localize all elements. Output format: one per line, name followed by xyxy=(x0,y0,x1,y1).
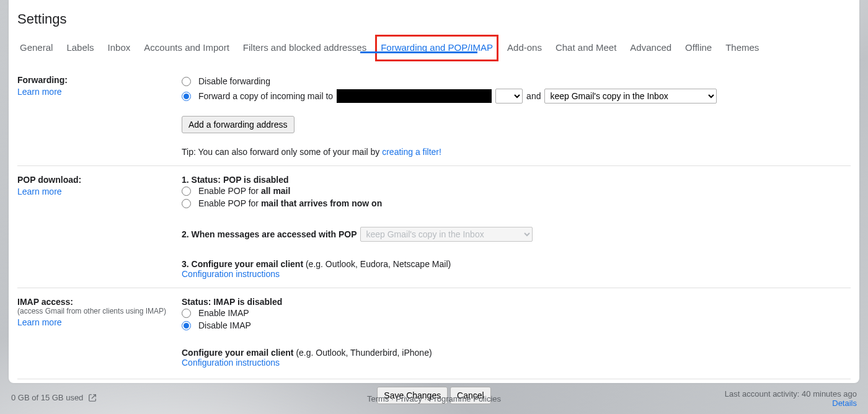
page-title: Settings xyxy=(9,0,859,32)
policies-link[interactable]: Programme Policies xyxy=(429,394,501,403)
forwarding-address-select[interactable] xyxy=(495,89,523,103)
label-enable-imap[interactable]: Enable IMAP xyxy=(198,308,249,318)
label-disable-imap[interactable]: Disable IMAP xyxy=(198,320,251,330)
imap-configure-rest: (e.g. Outlook, Thunderbird, iPhone) xyxy=(296,348,432,358)
imap-configure: Configure your email client (e.g. Outloo… xyxy=(182,348,851,358)
tab-accounts[interactable]: Accounts and Import xyxy=(139,35,234,61)
pop-action-select: keep Gmail's copy in the Inbox xyxy=(360,227,533,242)
radio-disable-imap[interactable] xyxy=(182,321,191,330)
tab-labels[interactable]: Labels xyxy=(61,35,99,61)
pop-now-bold: mail that arrives from now on xyxy=(261,198,382,208)
forwarding-tip-text: Tip: You can also forward only some of y… xyxy=(182,147,382,157)
pop-now-prefix: Enable POP for xyxy=(198,198,261,208)
create-filter-link[interactable]: creating a filter! xyxy=(382,147,441,157)
tab-chat[interactable]: Chat and Meet xyxy=(551,35,621,61)
pop-status-value: POP is disabled xyxy=(223,175,289,185)
tab-forwarding-pop-imap[interactable]: Forwarding and POP/IMAP xyxy=(375,35,498,61)
settings-tabs: General Labels Inbox Accounts and Import… xyxy=(9,32,859,62)
tab-advanced[interactable]: Advanced xyxy=(625,35,676,61)
label-forward-copy[interactable]: Forward a copy of incoming mail to xyxy=(198,91,333,101)
forwarding-email-redacted xyxy=(337,89,492,103)
tab-offline[interactable]: Offline xyxy=(680,35,717,61)
radio-pop-all-mail[interactable] xyxy=(182,187,191,196)
forwarding-tip: Tip: You can also forward only some of y… xyxy=(182,147,851,157)
pop-when-label: 2. When messages are accessed with POP xyxy=(182,229,356,239)
radio-pop-from-now[interactable] xyxy=(182,199,191,208)
forwarding-and-text: and xyxy=(526,91,541,101)
pop-learn-more-link[interactable]: Learn more xyxy=(17,187,62,196)
section-imap: IMAP access: (access Gmail from other cl… xyxy=(17,288,851,377)
imap-configuration-link[interactable]: Configuration instructions xyxy=(182,358,280,368)
imap-heading: IMAP access: xyxy=(17,297,182,307)
pop-configure-bold: 3. Configure your email client xyxy=(182,259,306,269)
radio-forward-copy[interactable] xyxy=(182,92,191,101)
section-pop: POP download: Learn more 1. Status: POP … xyxy=(17,166,851,288)
tab-filters[interactable]: Filters and blocked addresses xyxy=(238,35,371,61)
active-tab-underline xyxy=(360,51,477,53)
pop-configure: 3. Configure your email client (e.g. Out… xyxy=(182,259,851,269)
pop-configuration-link[interactable]: Configuration instructions xyxy=(182,269,280,279)
add-forwarding-address-button[interactable]: Add a forwarding address xyxy=(182,116,294,133)
privacy-link[interactable]: Privacy xyxy=(396,394,422,403)
pop-all-prefix: Enable POP for xyxy=(198,186,261,196)
imap-configure-bold: Configure your email client xyxy=(182,348,296,358)
label-pop-all-mail[interactable]: Enable POP for all mail xyxy=(198,186,290,196)
pop-configure-rest: (e.g. Outlook, Eudora, Netscape Mail) xyxy=(306,259,451,269)
footer-links: Terms · Privacy · Programme Policies xyxy=(9,394,859,403)
radio-disable-forwarding[interactable] xyxy=(182,77,191,86)
radio-enable-imap[interactable] xyxy=(182,309,191,318)
terms-link[interactable]: Terms xyxy=(367,394,389,403)
imap-status-prefix: Status: xyxy=(182,297,213,307)
label-pop-from-now[interactable]: Enable POP for mail that arrives from no… xyxy=(198,198,382,208)
status-bar: 0 GB of 15 GB used Terms · Privacy · Pro… xyxy=(9,383,859,414)
pop-status-prefix: 1. Status: xyxy=(182,175,223,185)
imap-subheading: (access Gmail from other clients using I… xyxy=(17,307,182,315)
pop-status: 1. Status: POP is disabled xyxy=(182,175,851,185)
settings-content: Forwarding: Learn more Disable forwardin… xyxy=(9,62,859,414)
section-forwarding: Forwarding: Learn more Disable forwardin… xyxy=(17,66,851,166)
tab-general[interactable]: General xyxy=(15,35,58,61)
tab-themes[interactable]: Themes xyxy=(720,35,764,61)
forwarding-heading: Forwarding: xyxy=(17,75,182,85)
tab-inbox[interactable]: Inbox xyxy=(103,35,136,61)
pop-when-row: 2. When messages are accessed with POP k… xyxy=(182,226,851,243)
label-disable-forwarding[interactable]: Disable forwarding xyxy=(198,76,270,86)
pop-all-bold: all mail xyxy=(261,186,290,196)
settings-panel: Settings General Labels Inbox Accounts a… xyxy=(9,0,859,383)
tab-addons[interactable]: Add-ons xyxy=(502,35,547,61)
imap-status-value: IMAP is disabled xyxy=(213,297,282,307)
pop-heading: POP download: xyxy=(17,175,182,185)
forwarding-learn-more-link[interactable]: Learn more xyxy=(17,87,62,97)
imap-learn-more-link[interactable]: Learn more xyxy=(17,317,62,327)
forwarding-action-select[interactable]: keep Gmail's copy in the Inbox xyxy=(544,89,717,103)
imap-status: Status: IMAP is disabled xyxy=(182,297,851,307)
